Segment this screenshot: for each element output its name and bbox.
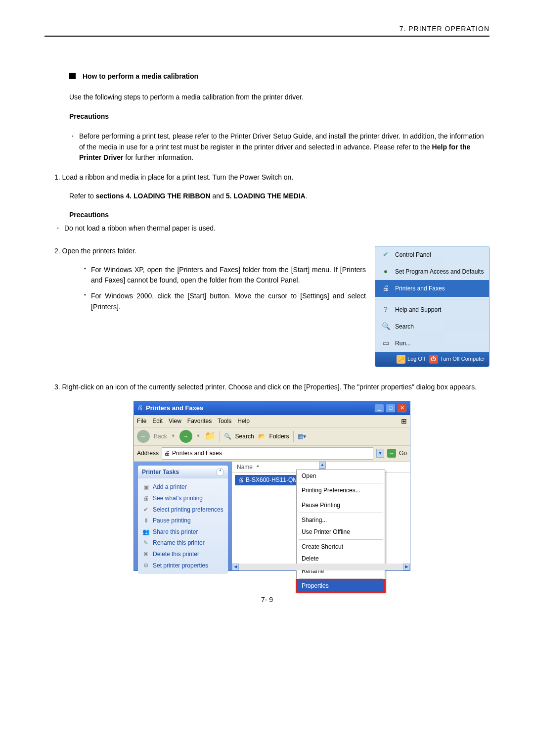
start-menu-screenshot: ✔Control Panel●Set Program Access and De… [375, 246, 490, 367]
back-dropdown-icon[interactable]: ▼ [171, 433, 176, 440]
page-content: How to perform a media calibration Use t… [44, 71, 490, 571]
toolbar: ← Back ▼ → ▼ 📁 🔍 Search 📂 Folders ▦▾ [134, 427, 410, 446]
folders-icon: 📂 [258, 432, 266, 441]
printers-window-screenshot: 🖨 Printers and Faxes _ □ ✕ FileEditViewF… [134, 401, 410, 571]
key-icon: 🔑 [397, 355, 405, 364]
context-menu: OpenPrinting Preferences...Pause Printin… [296, 470, 385, 592]
intro-text: Use the following steps to perform a med… [69, 92, 490, 103]
printer-task[interactable]: ▣Add a printer [142, 481, 224, 493]
section-title: How to perform a media calibration [69, 71, 490, 82]
precautions-heading-2: Precautions [54, 210, 490, 221]
menu-edit[interactable]: Edit [152, 417, 163, 426]
printer-icon: 🖨 [164, 449, 170, 458]
horizontal-scrollbar[interactable]: ◀▶ [232, 564, 410, 570]
menu-item-icon: ● [380, 266, 391, 277]
maximize-button[interactable]: □ [386, 404, 396, 413]
turnoff-button[interactable]: ⏻Turn Off Computer [429, 355, 485, 364]
printer-task[interactable]: ⚙Set printer properties [142, 560, 224, 571]
window-titlebar: 🖨 Printers and Faxes _ □ ✕ [134, 401, 410, 415]
task-icon: ✎ [142, 538, 150, 548]
address-bar: Address 🖨 Printers and Faxes ▼ → Go [134, 446, 410, 462]
window-body: Printer Tasks˄ ▣Add a printer🖨See what's… [134, 462, 410, 570]
task-icon: ⚙ [142, 561, 150, 570]
menu-help[interactable]: Help [237, 417, 250, 426]
context-menu-item[interactable]: Open [297, 470, 385, 482]
start-menu-item[interactable]: ?Help and Support [375, 301, 489, 318]
menu-file[interactable]: File [137, 417, 146, 426]
minimize-button[interactable]: _ [374, 404, 384, 413]
back-label: Back [154, 432, 167, 441]
chevron-up-icon[interactable]: ˄ [216, 468, 224, 476]
back-button[interactable]: ← [137, 430, 150, 443]
panel-header[interactable]: Printer Tasks˄ [138, 466, 228, 479]
page-number: 7- 9 [44, 596, 490, 604]
folders-label[interactable]: Folders [269, 432, 289, 441]
menu-item-label: Printers and Faxes [395, 284, 445, 293]
menu-favorites[interactable]: Favorites [187, 417, 212, 426]
start-menu-item[interactable]: ▭Run... [375, 335, 489, 352]
windows-flag-icon: ⊞ [401, 416, 407, 427]
step-2-bullet-2: For Windows 2000, click the [Start] butt… [84, 291, 366, 312]
start-menu-item[interactable]: 🖨Printers and Faxes [375, 280, 489, 297]
search-icon: 🔍 [224, 432, 231, 441]
step-2-bullet-1: For Windows XP, open the [Printers and F… [84, 265, 366, 286]
search-label[interactable]: Search [235, 432, 254, 441]
sort-asc-icon: ▲ [256, 463, 260, 472]
address-input[interactable]: 🖨 Printers and Faxes [162, 447, 373, 460]
task-icon: 👥 [142, 527, 150, 537]
printer-tasks-panel: Printer Tasks˄ ▣Add a printer🖨See what's… [138, 466, 228, 574]
menu-item-icon: ✔ [380, 249, 391, 260]
task-label: Set printer properties [153, 561, 208, 570]
step-1: 1. Load a ribbon and media in place for … [54, 172, 490, 183]
menu-view[interactable]: View [169, 417, 181, 426]
precautions-heading: Precautions [69, 111, 490, 122]
context-menu-item[interactable]: Use Printer Offline [297, 526, 385, 538]
printer-task[interactable]: ⏸Pause printing [142, 515, 224, 526]
logoff-button[interactable]: 🔑Log Off [397, 355, 425, 364]
task-label: Pause printing [153, 516, 191, 525]
context-menu-item[interactable]: Printing Preferences... [297, 484, 385, 497]
step-3: 3. Right-click on an icon of the current… [54, 382, 490, 393]
context-menu-item[interactable]: Properties [297, 580, 385, 592]
printer-task[interactable]: 👥Share this printer [142, 526, 224, 538]
printer-icon: 🖨 [137, 403, 143, 413]
task-icon: ✖ [142, 550, 150, 559]
menu-item-icon: 🔍 [380, 321, 391, 332]
menu-item-label: Search [395, 322, 414, 331]
task-icon: 🖨 [142, 494, 150, 503]
context-menu-item[interactable]: Create Shortcut [297, 541, 385, 553]
views-icon[interactable]: ▦▾ [298, 432, 306, 441]
menu-item-label: Help and Support [395, 305, 441, 315]
step-2: 2. Open the printers folder. [54, 246, 366, 257]
context-menu-item[interactable]: Sharing... [297, 514, 385, 526]
printer-task[interactable]: ✔Select printing preferences [142, 504, 224, 516]
precaution-2: Do not load a ribbon when thermal paper … [54, 223, 490, 234]
close-button[interactable]: ✕ [397, 404, 407, 413]
context-menu-item[interactable]: Pause Printing [297, 499, 385, 512]
printer-icon: 🖨 [238, 475, 244, 485]
step-1-ref: Refer to sections 4. LOADING THE RIBBON … [54, 191, 490, 202]
printer-task[interactable]: 🖨See what's printing [142, 493, 224, 504]
power-icon: ⏻ [429, 355, 438, 364]
task-label: Rename this printer [153, 538, 205, 548]
task-icon: ▣ [142, 482, 150, 492]
task-label: See what's printing [153, 494, 203, 503]
up-folder-icon[interactable]: 📁 [205, 429, 216, 443]
menu-item-icon: ? [380, 304, 391, 315]
menu-bar: FileEditViewFavoritesToolsHelp⊞ [134, 415, 410, 428]
fwd-dropdown-icon[interactable]: ▼ [196, 433, 201, 440]
forward-button[interactable]: → [179, 430, 192, 443]
go-label[interactable]: Go [399, 449, 407, 458]
go-arrow-icon[interactable]: → [387, 449, 396, 458]
menu-tools[interactable]: Tools [218, 417, 231, 426]
file-list-pane: ▲▼ Name ▲ 🖨 B-SX600-HS11-QM-R OpenPrinti… [232, 462, 410, 570]
printer-task[interactable]: ✎Rename this printer [142, 537, 224, 549]
start-menu-item[interactable]: ✔Control Panel [375, 246, 489, 263]
start-menu-item[interactable]: 🔍Search [375, 318, 489, 335]
printer-task[interactable]: ✖Delete this printer [142, 549, 224, 560]
square-icon [69, 73, 76, 79]
menu-item-icon: 🖨 [380, 283, 391, 294]
task-label: Delete this printer [153, 550, 199, 559]
address-dropdown-icon[interactable]: ▼ [376, 449, 384, 458]
start-menu-item[interactable]: ●Set Program Access and Defaults [375, 263, 489, 280]
